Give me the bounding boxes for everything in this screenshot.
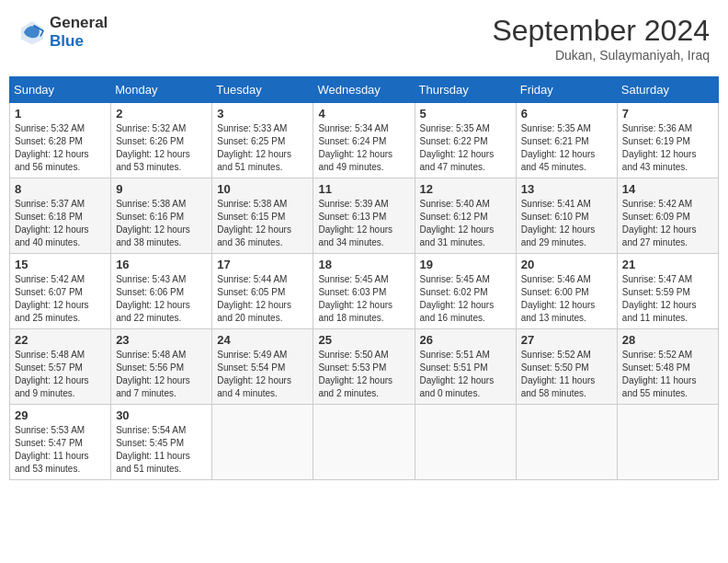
weekday-header: Thursday [415,77,516,103]
calendar-cell: 15 Sunrise: 5:42 AM Sunset: 6:07 PM Dayl… [10,254,111,329]
day-info: Sunrise: 5:48 AM Sunset: 5:56 PM Dayligh… [116,349,207,400]
day-info: Sunrise: 5:38 AM Sunset: 6:15 PM Dayligh… [217,198,308,249]
calendar-week-row: 29 Sunrise: 5:53 AM Sunset: 5:47 PM Dayl… [10,405,719,480]
day-number: 3 [217,107,308,121]
calendar-cell: 16 Sunrise: 5:43 AM Sunset: 6:06 PM Dayl… [111,254,212,329]
logo-text: General Blue [50,14,108,50]
logo: General Blue [18,14,108,50]
day-number: 20 [521,258,612,271]
calendar-cell: 30 Sunrise: 5:54 AM Sunset: 5:45 PM Dayl… [111,405,212,480]
calendar-week-row: 15 Sunrise: 5:42 AM Sunset: 6:07 PM Dayl… [10,254,719,329]
calendar-cell: 21 Sunrise: 5:47 AM Sunset: 5:59 PM Dayl… [617,254,718,329]
day-info: Sunrise: 5:35 AM Sunset: 6:21 PM Dayligh… [521,122,612,174]
calendar-cell: 9 Sunrise: 5:38 AM Sunset: 6:16 PM Dayli… [111,178,212,254]
calendar-cell: 2 Sunrise: 5:32 AM Sunset: 6:26 PM Dayli… [111,103,212,178]
day-info: Sunrise: 5:51 AM Sunset: 5:51 PM Dayligh… [420,349,511,400]
calendar-cell: 17 Sunrise: 5:44 AM Sunset: 6:05 PM Dayl… [212,254,313,329]
day-info: Sunrise: 5:50 AM Sunset: 5:53 PM Dayligh… [318,349,409,400]
calendar-cell: 14 Sunrise: 5:42 AM Sunset: 6:09 PM Dayl… [617,178,718,254]
month-title: September 2024 [492,14,710,48]
day-number: 13 [521,182,612,196]
day-info: Sunrise: 5:34 AM Sunset: 6:24 PM Dayligh… [318,122,409,174]
calendar-cell: 20 Sunrise: 5:46 AM Sunset: 6:00 PM Dayl… [516,254,617,329]
day-number: 30 [116,408,207,422]
day-number: 6 [521,107,612,121]
day-info: Sunrise: 5:44 AM Sunset: 6:05 PM Dayligh… [217,273,308,325]
day-number: 2 [116,107,207,121]
calendar-cell: 23 Sunrise: 5:48 AM Sunset: 5:56 PM Dayl… [111,329,212,405]
day-info: Sunrise: 5:49 AM Sunset: 5:54 PM Dayligh… [217,349,308,400]
calendar-cell: 8 Sunrise: 5:37 AM Sunset: 6:18 PM Dayli… [10,178,111,254]
location-title: Dukan, Sulaymaniyah, Iraq [492,48,710,63]
day-number: 9 [116,182,207,196]
day-info: Sunrise: 5:54 AM Sunset: 5:45 PM Dayligh… [116,424,207,476]
calendar-cell: 1 Sunrise: 5:32 AM Sunset: 6:28 PM Dayli… [10,103,111,178]
day-number: 28 [622,333,713,347]
day-number: 12 [420,182,511,196]
calendar-cell [617,405,718,480]
day-number: 29 [15,408,106,422]
day-number: 8 [15,182,106,196]
day-number: 27 [521,333,612,347]
day-number: 5 [420,107,511,121]
day-info: Sunrise: 5:45 AM Sunset: 6:02 PM Dayligh… [420,273,511,325]
calendar-cell: 19 Sunrise: 5:45 AM Sunset: 6:02 PM Dayl… [415,254,516,329]
calendar-week-row: 1 Sunrise: 5:32 AM Sunset: 6:28 PM Dayli… [10,103,719,178]
day-number: 25 [318,333,409,347]
calendar-cell: 5 Sunrise: 5:35 AM Sunset: 6:22 PM Dayli… [415,103,516,178]
calendar-cell: 26 Sunrise: 5:51 AM Sunset: 5:51 PM Dayl… [415,329,516,405]
day-info: Sunrise: 5:47 AM Sunset: 5:59 PM Dayligh… [622,273,713,325]
calendar-cell: 12 Sunrise: 5:40 AM Sunset: 6:12 PM Dayl… [415,178,516,254]
day-info: Sunrise: 5:42 AM Sunset: 6:09 PM Dayligh… [622,198,713,249]
day-number: 24 [217,333,308,347]
page-header: General Blue September 2024 Dukan, Sulay… [9,9,719,67]
day-info: Sunrise: 5:43 AM Sunset: 6:06 PM Dayligh… [116,273,207,325]
day-number: 10 [217,182,308,196]
calendar-cell: 27 Sunrise: 5:52 AM Sunset: 5:50 PM Dayl… [516,329,617,405]
calendar-cell: 29 Sunrise: 5:53 AM Sunset: 5:47 PM Dayl… [10,405,111,480]
day-info: Sunrise: 5:32 AM Sunset: 6:28 PM Dayligh… [15,122,106,174]
day-info: Sunrise: 5:33 AM Sunset: 6:25 PM Dayligh… [217,122,308,174]
day-number: 21 [622,258,713,271]
calendar-cell: 22 Sunrise: 5:48 AM Sunset: 5:57 PM Dayl… [10,329,111,405]
day-number: 14 [622,182,713,196]
logo-general: General [50,14,108,32]
logo-icon [18,18,46,46]
day-number: 16 [116,258,207,271]
day-number: 18 [318,258,409,271]
calendar-cell: 28 Sunrise: 5:52 AM Sunset: 5:48 PM Dayl… [617,329,718,405]
calendar-week-row: 8 Sunrise: 5:37 AM Sunset: 6:18 PM Dayli… [10,178,719,254]
day-info: Sunrise: 5:40 AM Sunset: 6:12 PM Dayligh… [420,198,511,249]
day-info: Sunrise: 5:48 AM Sunset: 5:57 PM Dayligh… [15,349,106,400]
day-info: Sunrise: 5:46 AM Sunset: 6:00 PM Dayligh… [521,273,612,325]
calendar-cell: 18 Sunrise: 5:45 AM Sunset: 6:03 PM Dayl… [313,254,415,329]
calendar-header-row: SundayMondayTuesdayWednesdayThursdayFrid… [10,77,719,103]
calendar-cell: 3 Sunrise: 5:33 AM Sunset: 6:25 PM Dayli… [212,103,313,178]
day-info: Sunrise: 5:38 AM Sunset: 6:16 PM Dayligh… [116,198,207,249]
calendar-cell: 7 Sunrise: 5:36 AM Sunset: 6:19 PM Dayli… [617,103,718,178]
calendar-cell: 10 Sunrise: 5:38 AM Sunset: 6:15 PM Dayl… [212,178,313,254]
weekday-header: Tuesday [212,77,313,103]
calendar-cell: 4 Sunrise: 5:34 AM Sunset: 6:24 PM Dayli… [313,103,415,178]
calendar-cell: 25 Sunrise: 5:50 AM Sunset: 5:53 PM Dayl… [313,329,415,405]
day-info: Sunrise: 5:52 AM Sunset: 5:48 PM Dayligh… [622,349,713,400]
calendar-cell: 13 Sunrise: 5:41 AM Sunset: 6:10 PM Dayl… [516,178,617,254]
day-number: 19 [420,258,511,271]
calendar-cell [212,405,313,480]
weekday-header: Monday [111,77,212,103]
calendar-cell: 6 Sunrise: 5:35 AM Sunset: 6:21 PM Dayli… [516,103,617,178]
calendar-week-row: 22 Sunrise: 5:48 AM Sunset: 5:57 PM Dayl… [10,329,719,405]
day-info: Sunrise: 5:32 AM Sunset: 6:26 PM Dayligh… [116,122,207,174]
day-number: 4 [318,107,409,121]
day-number: 7 [622,107,713,121]
weekday-header: Sunday [10,77,111,103]
logo-blue: Blue [50,32,108,51]
day-number: 23 [116,333,207,347]
weekday-header: Friday [516,77,617,103]
day-number: 1 [15,107,106,121]
day-number: 17 [217,258,308,271]
day-info: Sunrise: 5:37 AM Sunset: 6:18 PM Dayligh… [15,198,106,249]
calendar-cell: 11 Sunrise: 5:39 AM Sunset: 6:13 PM Dayl… [313,178,415,254]
day-info: Sunrise: 5:41 AM Sunset: 6:10 PM Dayligh… [521,198,612,249]
calendar-cell [313,405,415,480]
